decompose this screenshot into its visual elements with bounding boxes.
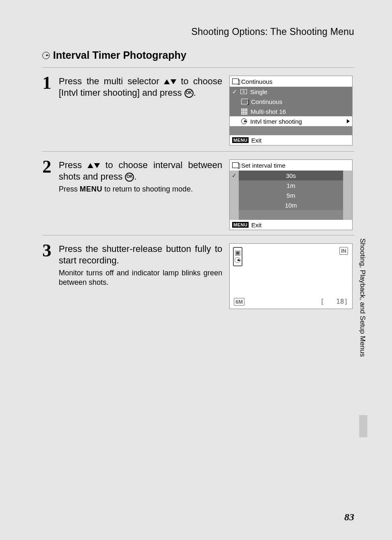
step-1-text-a: Press the multi selector [59,76,164,86]
lv-mode-group: ▣ [233,247,242,266]
lv-in-badge: IN [339,247,348,254]
section-title: Interval Timer Photography [53,49,187,61]
screen1-item-2: Multi-shot 16 [251,108,286,115]
step-2-subtext: Press MENU to return to shooting mode. [59,185,222,194]
screen1-item-3: Intvl timer shooting [250,118,302,125]
up-down-icon [164,79,176,84]
step-2-text: Press to choose interval between shots a… [59,159,222,182]
screen2-footer: MENU Exit [230,220,352,230]
step-2-text-c: . [134,171,136,182]
screen1-item-0: Single [250,88,267,95]
chevron-right-icon [347,119,350,123]
menu-word: MENU [80,185,102,193]
screen1-item-1: Continuous [251,98,282,105]
interval-row-icon [241,118,247,124]
menu-badge-icon: MENU [232,222,249,228]
screen1-blank [230,126,352,135]
camera-mode-icon: ▣ [235,249,241,256]
check-icon: ✓ [232,88,237,95]
divider [42,151,354,152]
divider [42,235,354,235]
ok-icon: OK [184,89,194,98]
section-title-row: Interval Timer Photography [42,49,187,61]
lv-count: [ 18] [321,298,348,305]
single-icon: S [240,89,247,94]
screen2-row-1m[interactable]: 1m [239,180,343,190]
screen2-titlebar: Set interval time [230,160,352,171]
continuous-icon [232,78,239,84]
size-label: 6M [234,298,244,306]
camera-screen-interval: Set interval time ✓ 30s 1m 5m 10m MENU E… [229,159,353,230]
check-icon: ✓ [232,172,237,179]
step-2-number: 2 [42,156,51,177]
step-3-number: 3 [42,240,51,261]
continuous-icon [232,162,239,168]
screen2-rightcol [343,171,352,220]
screen1-titlebar: Continuous [230,76,352,87]
step-2-sub-b: to return to shooting mode. [102,185,193,193]
camera-screen-liveview: ▣ IN 6M [ 18] [229,243,353,309]
screen2-title: Set interval time [241,162,286,169]
screen2-row-10m[interactable]: 10m [239,200,343,210]
lv-size-badge: 6M [234,298,244,305]
continuous-row-icon [241,99,248,104]
screen1-row-single[interactable]: ✓ S Single [230,87,352,97]
screen1-exit[interactable]: Exit [251,137,261,144]
timer-mode-icon [235,257,240,263]
screen1-body: ✓ S Single Continuous Multi-shot 16 Intv… [230,87,352,135]
timer-icon [42,52,50,59]
screen2-leftcol: ✓ [230,171,239,220]
ok-icon: OK [125,173,134,182]
divider [42,67,354,68]
step-3-subtext: Monitor turns off and indicator lamp bli… [59,268,222,287]
screen1-footer: MENU Exit [230,135,352,145]
screen2-row-5m[interactable]: 5m [239,190,343,200]
page-number: 83 [344,512,354,523]
side-tab-label: Shooting, Playback, and Setup Menus [357,238,367,411]
screen1-title: Continuous [241,78,272,85]
side-tab-marker [359,415,367,437]
screen1-row-interval[interactable]: Intvl timer shooting [230,116,352,126]
count-value: 18 [336,298,344,305]
up-down-icon [88,163,100,168]
screen2-exit[interactable]: Exit [251,222,261,228]
screen1-row-continuous[interactable]: Continuous [230,97,352,106]
screen2-row-30s[interactable]: 30s [239,171,343,180]
step-1-text: Press the multi selector to choose [Intv… [59,76,222,98]
page-root: Shooting Options: The Shooting Menu Inte… [0,0,392,540]
menu-badge-icon: MENU [232,137,249,143]
screen2-blank [239,210,343,220]
screen1-row-multishot[interactable]: Multi-shot 16 [230,106,352,116]
in-label: IN [339,247,348,255]
header-title: Shooting Options: The Shooting Menu [191,26,354,37]
step-1-number: 1 [42,72,51,93]
step-1-text-c: . [194,88,196,98]
step-2-text-a: Press [59,160,88,170]
screen2-body: ✓ 30s 1m 5m 10m [230,171,352,220]
step-3-text: Press the shutter-release button fully t… [59,243,222,266]
grid16-icon [241,108,247,115]
step-2-sub-a: Press [59,185,80,193]
camera-screen-continuous: Continuous ✓ S Single Continuous Multi-s… [229,76,353,145]
